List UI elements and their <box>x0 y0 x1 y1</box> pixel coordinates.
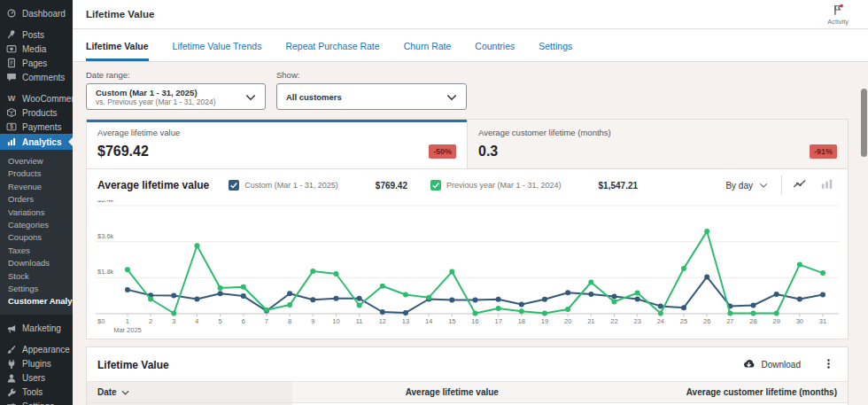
submenu-item-products[interactable]: Products <box>0 167 73 180</box>
plug-icon <box>6 359 17 370</box>
svg-text:15: 15 <box>448 317 455 325</box>
sidebar-item-media[interactable]: Media <box>0 42 73 56</box>
media-icon <box>6 43 17 54</box>
woocommerce-icon: W <box>6 93 17 104</box>
filters-bar: Date range: Custom (Mar 1 - 31, 2025) vs… <box>73 62 868 119</box>
svg-text:$: $ <box>10 123 13 130</box>
svg-text:24: 24 <box>657 317 664 325</box>
svg-text:2: 2 <box>149 317 152 325</box>
kebab-menu-icon <box>823 358 834 372</box>
sidebar-item-settings[interactable]: Settings <box>0 400 73 405</box>
sidebar-item-marketing[interactable]: Marketing <box>0 322 73 336</box>
tab-lifetime-value-trends[interactable]: Lifetime Value Trends <box>173 41 262 61</box>
summary-value: 0.3 <box>478 144 498 160</box>
sidebar-item-dashboard[interactable]: Dashboard <box>0 6 73 20</box>
legend-label: Previous year (Mar 1 - 31, 2024) <box>446 181 562 190</box>
ellipsis-menu-button[interactable] <box>820 358 837 372</box>
submenu-item-coupons[interactable]: Coupons <box>0 231 73 244</box>
chart-canvas[interactable]: $0$1.8k$3.6k$5.4k1Mar 202523456789101112… <box>87 200 848 339</box>
activity-button[interactable]: Activity <box>827 3 849 26</box>
sidebar-item-products[interactable]: Products <box>0 105 73 120</box>
submenu-item-taxes[interactable]: Taxes <box>0 245 73 257</box>
summary-value: $769.42 <box>97 144 149 160</box>
summary-label: Average lifetime value <box>97 128 456 137</box>
tab-churn-rate[interactable]: Churn Rate <box>404 41 452 61</box>
bar-chart-toggle[interactable] <box>818 178 837 192</box>
svg-text:14: 14 <box>425 317 432 325</box>
svg-text:17: 17 <box>494 317 501 325</box>
svg-text:4: 4 <box>195 317 198 325</box>
megaphone-icon <box>6 323 17 334</box>
show-group: Show: All customers <box>276 70 467 110</box>
tab-repeat-purchase-rate[interactable]: Repeat Purchase Rate <box>285 41 379 61</box>
legend-value: $769.42 <box>376 181 407 191</box>
scrollbar-track[interactable] <box>860 0 868 405</box>
date-range-group: Date range: Custom (Mar 1 - 31, 2025) vs… <box>86 70 266 110</box>
svg-text:8: 8 <box>288 317 291 325</box>
svg-text:25: 25 <box>680 317 687 325</box>
line-chart-toggle[interactable] <box>790 178 810 192</box>
column-label: Date <box>97 387 117 397</box>
date-range-select[interactable]: Custom (Mar 1 - 31, 2025) vs. Previous y… <box>86 83 266 110</box>
svg-text:1: 1 <box>126 317 129 325</box>
download-button[interactable]: Download <box>737 356 806 373</box>
bar-chart-icon <box>820 178 834 192</box>
svg-text:16: 16 <box>471 317 478 325</box>
legend-item-previous-year[interactable]: Previous year (Mar 1 - 31, 2024) <box>430 180 562 191</box>
submenu-item-revenue[interactable]: Revenue <box>0 181 73 193</box>
summary-tile-average-lifetime-value[interactable]: Average lifetime value $769.42 -50% <box>87 120 468 168</box>
summary-tile-average-customer-lifetime[interactable]: Average customer lifetime (months) 0.3 -… <box>468 120 848 168</box>
svg-text:18: 18 <box>518 317 525 325</box>
svg-text:5: 5 <box>219 317 222 325</box>
customers-filter-select[interactable]: All customers <box>276 83 467 110</box>
pages-icon <box>6 58 17 68</box>
submenu-item-settings[interactable]: Settings <box>0 283 73 295</box>
sidebar-item-users[interactable]: Users <box>0 371 73 386</box>
sidebar-item-plugins[interactable]: Plugins <box>0 357 73 371</box>
table-header: Lifetime Value Download <box>87 347 848 381</box>
activity-flag-icon <box>832 4 844 19</box>
sidebar-item-pages[interactable]: Pages <box>0 56 73 70</box>
submenu-item-categories[interactable]: Categories <box>0 219 73 231</box>
cloud-download-icon <box>742 357 756 372</box>
chart-controls: By day <box>720 175 837 195</box>
scrollbar-thumb[interactable] <box>861 89 867 157</box>
svg-text:27: 27 <box>726 317 733 325</box>
pin-icon <box>6 29 17 40</box>
payments-icon: $ <box>6 121 17 132</box>
tab-settings[interactable]: Settings <box>539 41 572 61</box>
legend-label: Custom (Mar 1 - 31, 2025) <box>244 181 338 190</box>
svg-text:10: 10 <box>332 317 339 325</box>
column-header-date[interactable]: Date <box>87 382 292 403</box>
submenu-item-orders[interactable]: Orders <box>0 193 73 206</box>
checkbox-checked-icon <box>430 180 441 191</box>
submenu-item-variations[interactable]: Variations <box>0 206 73 219</box>
lifetime-value-table-card: Lifetime Value Download <box>86 347 849 405</box>
interval-select[interactable]: By day <box>720 180 773 191</box>
legend-item-custom[interactable]: Custom (Mar 1 - 31, 2025) <box>229 180 338 191</box>
submenu-item-downloads[interactable]: Downloads <box>0 257 73 269</box>
chart-header: Average lifetime value Custom (Mar 1 - 3… <box>87 169 848 200</box>
activity-label: Activity <box>827 18 849 26</box>
divider <box>781 175 782 195</box>
tab-lifetime-value[interactable]: Lifetime Value <box>86 41 149 61</box>
tab-countries[interactable]: Countries <box>475 41 515 61</box>
sidebar-item-comments[interactable]: Comments <box>0 70 73 84</box>
sidebar-item-woocommerce[interactable]: WWooCommerce <box>0 91 73 105</box>
table-title: Lifetime Value <box>97 359 169 371</box>
sidebar-item-posts[interactable]: Posts <box>0 27 73 42</box>
svg-text:31: 31 <box>819 317 826 325</box>
submenu-item-stock[interactable]: Stock <box>0 270 73 283</box>
sidebar-item-payments[interactable]: $Payments <box>0 120 73 134</box>
delta-badge: -50% <box>429 144 456 159</box>
submenu-item-overview[interactable]: Overview <box>0 155 73 167</box>
sidebar-item-analytics[interactable]: Analytics <box>0 134 73 150</box>
analytics-card: Average lifetime value $769.42 -50% Aver… <box>86 119 849 339</box>
submenu-item-customer-analytics[interactable]: Customer Analytics <box>0 295 73 308</box>
sidebar-item-tools[interactable]: Tools <box>0 386 73 400</box>
date-range-value: Custom (Mar 1 - 31, 2025) <box>96 88 216 97</box>
page-header: Lifetime Value Activity <box>73 0 868 29</box>
chart-title: Average lifetime value <box>97 179 209 191</box>
sidebar-item-appearance[interactable]: Appearance <box>0 343 73 357</box>
svg-text:$0: $0 <box>97 317 105 325</box>
